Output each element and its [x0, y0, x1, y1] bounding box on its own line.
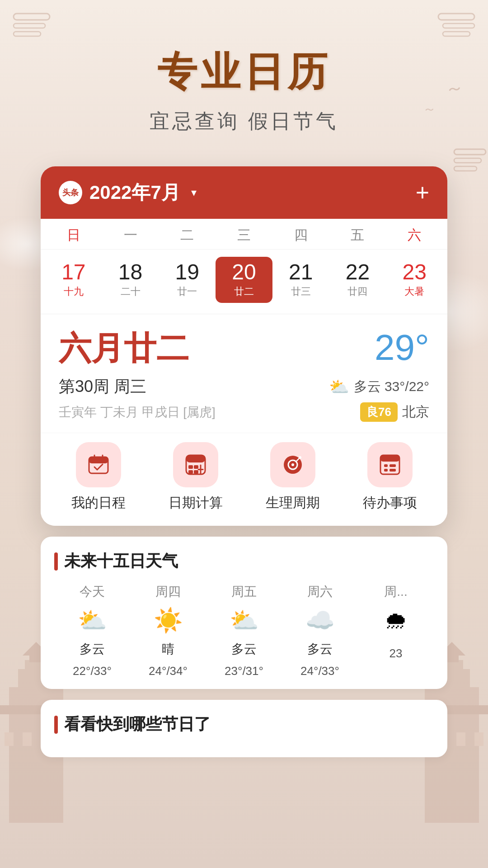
add-button[interactable]: + — [416, 179, 429, 206]
svg-rect-51 — [389, 469, 396, 472]
svg-rect-50 — [384, 469, 388, 472]
date-cell-21[interactable]: 21 廿三 — [272, 257, 329, 303]
weather-day-temp-0: 22°/33° — [73, 664, 112, 678]
weather-day-icon-3: ☁️ — [305, 607, 335, 634]
date-num-21: 21 — [289, 261, 313, 283]
main-content: 专业日历 宜忌查询 假日节气 头条 2022年7月 ▾ + 日 一 二 三 四 … — [0, 0, 488, 775]
cycle-icon — [270, 442, 315, 487]
app-title: 专业日历 — [150, 45, 338, 99]
city-name: 北京 — [402, 403, 429, 421]
holidays-section-label: 看看快到哪些节日了 — [64, 713, 211, 736]
date-sub-18: 二十 — [121, 285, 141, 298]
weather-info: ⛅ 多云 33°/22° — [329, 377, 429, 396]
date-cell-17[interactable]: 17 十九 — [45, 257, 102, 303]
quick-label-todo: 待办事项 — [363, 494, 417, 512]
weather-day-desc-2: 多云 — [231, 641, 257, 658]
year-info-row: 壬寅年 丁未月 甲戌日 [属虎] 良76 北京 — [59, 402, 429, 422]
weather-day-name-1: 周四 — [155, 583, 181, 600]
svg-point-45 — [299, 456, 301, 459]
date-sub-17: 十九 — [64, 285, 84, 298]
weather-day-temp-2: 23°/31° — [225, 664, 263, 678]
quick-label-calc: 日期计算 — [169, 494, 223, 512]
quick-item-schedule[interactable]: 我的日程 — [50, 442, 147, 512]
svg-rect-49 — [389, 464, 396, 467]
weather-day-name-0: 今天 — [80, 583, 105, 600]
quick-label-cycle: 生理周期 — [266, 494, 320, 512]
week-header: 日 一 二 三 四 五 六 — [41, 219, 447, 250]
svg-point-43 — [291, 463, 294, 466]
info-section: 六月廿二 29° 第30周 周三 ⛅ 多云 33°/22° 壬寅年 丁未月 甲戌… — [41, 314, 447, 433]
weather-day-1[interactable]: 周四 ☀️ 晴 24°/34° — [130, 583, 206, 678]
date-sub-23: 大暑 — [404, 285, 424, 298]
month-display: 2022年7月 — [89, 180, 180, 205]
week-info: 第30周 周三 — [59, 376, 146, 398]
temperature: 29° — [375, 327, 429, 368]
week-info-row: 第30周 周三 ⛅ 多云 33°/22° — [59, 376, 429, 398]
quick-item-calc[interactable]: 日期计算 — [147, 442, 244, 512]
calc-icon — [173, 442, 218, 487]
date-num-20: 20 — [232, 261, 256, 283]
weather-section: 未来十五日天气 今天 ⛅ 多云 22°/33° 周四 ☀️ 晴 24°/34° … — [41, 537, 447, 689]
weather-day-desc-1: 晴 — [162, 641, 174, 658]
date-sub-19: 廿一 — [177, 285, 197, 298]
weather-day-temp-1: 24°/34° — [149, 664, 188, 678]
weather-icon: ⛅ — [329, 377, 349, 396]
calendar-card: 头条 2022年7月 ▾ + 日 一 二 三 四 五 六 17 十九 18 — [41, 166, 447, 526]
holidays-title-bar — [54, 716, 58, 734]
weekday-tue: 二 — [159, 226, 216, 245]
year-cycle: 壬寅年 丁未月 甲戌日 [属虎] — [59, 404, 216, 421]
weekday-sat: 六 — [386, 226, 443, 245]
weather-day-temp-4: 23 — [389, 646, 403, 660]
weather-section-label: 未来十五日天气 — [64, 550, 178, 572]
todo-icon — [367, 442, 413, 487]
date-cell-22[interactable]: 22 廿四 — [329, 257, 386, 303]
aqi-city-row: 良76 北京 — [360, 402, 429, 422]
weather-day-icon-2: ⛅ — [230, 607, 259, 634]
date-sub-20: 廿二 — [234, 285, 254, 298]
dates-row: 17 十九 18 二十 19 廿一 20 廿二 21 廿三 — [41, 250, 447, 314]
date-cell-20-today[interactable]: 20 廿二 — [216, 257, 272, 303]
schedule-icon — [76, 442, 121, 487]
date-cell-23[interactable]: 23 大暑 — [386, 257, 443, 303]
weather-day-2[interactable]: 周五 ⛅ 多云 23°/31° — [206, 583, 282, 678]
quick-item-cycle[interactable]: 生理周期 — [244, 442, 341, 512]
weather-day-4[interactable]: 周... 🌧 23 — [358, 583, 434, 678]
weather-day-0[interactable]: 今天 ⛅ 多云 22°/33° — [54, 583, 130, 678]
weather-days: 今天 ⛅ 多云 22°/33° 周四 ☀️ 晴 24°/34° 周五 ⛅ 多云 … — [54, 583, 434, 678]
dropdown-arrow-icon[interactable]: ▾ — [191, 186, 197, 199]
header-left: 头条 2022年7月 ▾ — [59, 180, 197, 205]
weekday-sun: 日 — [45, 226, 102, 245]
weather-day-temp-3: 24°/33° — [300, 664, 339, 678]
weather-desc: 多云 33°/22° — [354, 377, 429, 396]
holidays-section-title: 看看快到哪些节日了 — [54, 713, 434, 736]
weekday-wed: 三 — [216, 226, 272, 245]
date-num-22: 22 — [346, 261, 370, 283]
weather-day-icon-0: ⛅ — [78, 607, 107, 634]
lunar-date: 六月廿二 — [59, 327, 189, 370]
app-subtitle: 宜忌查询 假日节气 — [150, 108, 338, 135]
date-cell-18[interactable]: 18 二十 — [102, 257, 159, 303]
svg-rect-34 — [186, 455, 205, 462]
svg-rect-36 — [194, 465, 198, 469]
weather-day-name-2: 周五 — [231, 583, 257, 600]
date-cell-19[interactable]: 19 廿一 — [159, 257, 216, 303]
quick-item-todo[interactable]: 待办事项 — [341, 442, 438, 512]
weather-section-title: 未来十五日天气 — [54, 550, 434, 572]
weekday-mon: 一 — [102, 226, 159, 245]
weather-day-name-4: 周... — [384, 583, 407, 600]
weekday-thu: 四 — [272, 226, 329, 245]
holidays-section: 看看快到哪些节日了 — [41, 700, 447, 757]
title-section: 专业日历 宜忌查询 假日节气 — [150, 0, 338, 135]
weather-day-icon-4: 🌧 — [384, 607, 408, 634]
weather-day-desc-3: 多云 — [307, 641, 333, 658]
svg-rect-35 — [188, 465, 193, 469]
weather-day-3[interactable]: 周六 ☁️ 多云 24°/33° — [282, 583, 358, 678]
svg-rect-37 — [188, 470, 193, 474]
svg-rect-48 — [384, 464, 388, 467]
quick-label-schedule: 我的日程 — [71, 494, 126, 512]
weather-day-icon-1: ☀️ — [154, 607, 183, 634]
title-bar-decoration — [54, 552, 58, 571]
svg-rect-47 — [380, 455, 399, 462]
date-sub-21: 廿三 — [291, 285, 311, 298]
calendar-header: 头条 2022年7月 ▾ + — [41, 166, 447, 219]
